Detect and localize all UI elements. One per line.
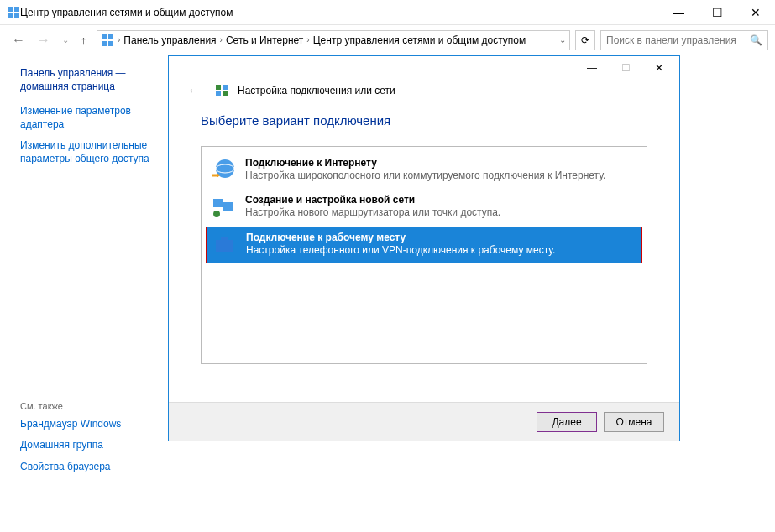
svg-rect-10 <box>216 91 221 96</box>
option-desc: Настройка нового маршрутизатора или точк… <box>245 206 500 218</box>
svg-point-16 <box>213 211 220 217</box>
network-center-icon <box>7 6 20 19</box>
svg-rect-7 <box>108 41 113 46</box>
dialog-body: Выберите вариант подключения Подключение… <box>169 105 679 364</box>
svg-rect-4 <box>102 34 107 39</box>
option-title: Создание и настройка новой сети <box>245 194 500 206</box>
dialog-header: ← Настройка подключения или сети <box>169 80 679 105</box>
option-title: Подключение к рабочему месту <box>246 232 555 243</box>
briefcase-icon <box>211 232 238 258</box>
svg-rect-5 <box>108 34 113 39</box>
sidebar-home[interactable]: Панель управления — домашняя страница <box>20 67 151 93</box>
svg-rect-17 <box>216 240 233 252</box>
dialog-title-text: Настройка подключения или сети <box>238 85 395 96</box>
svg-rect-1 <box>14 7 19 12</box>
svg-rect-3 <box>14 13 19 18</box>
svg-rect-14 <box>213 199 223 207</box>
svg-rect-8 <box>216 85 221 90</box>
sidebar-link-browser[interactable]: Свойства браузера <box>20 461 151 474</box>
forward-button[interactable]: → <box>32 29 55 51</box>
dialog-titlebar: — ☐ ✕ <box>169 56 679 80</box>
recent-dropdown[interactable]: ⌄ <box>57 32 74 48</box>
sidebar-link-homegroup[interactable]: Домашняя группа <box>20 439 151 452</box>
svg-rect-18 <box>221 237 228 241</box>
globe-icon <box>210 157 237 184</box>
dialog-footer: Далее Отмена <box>169 402 679 441</box>
sidebar-link-sharing[interactable]: Изменить дополнительные параметры общего… <box>20 139 151 165</box>
up-button[interactable]: ↑ <box>76 30 92 50</box>
search-icon: 🔍 <box>750 34 762 46</box>
sidebar-link-adapter[interactable]: Изменение параметров адаптера <box>20 105 151 131</box>
dialog-minimize-button[interactable]: — <box>575 58 609 78</box>
router-icon <box>210 194 237 221</box>
svg-rect-9 <box>223 85 228 90</box>
dialog-maximize-button[interactable]: ☐ <box>609 58 642 78</box>
maximize-button[interactable]: ☐ <box>698 0 736 24</box>
sidebar-seealso: См. также <box>20 401 151 411</box>
sidebar-link-firewall[interactable]: Брандмауэр Windows <box>20 418 151 431</box>
svg-rect-11 <box>223 91 228 96</box>
connection-options-list: Подключение к Интернету Настройка широко… <box>201 146 647 364</box>
svg-rect-2 <box>8 13 13 18</box>
breadcrumb-item[interactable]: Центр управления сетями и общим доступом <box>313 34 526 46</box>
search-placeholder: Поиск в панели управления <box>606 34 736 46</box>
option-internet[interactable]: Подключение к Интернету Настройка широко… <box>205 152 643 189</box>
option-desc: Настройка широкополосного или коммутируе… <box>245 170 605 181</box>
back-button[interactable]: ← <box>7 29 30 51</box>
network-center-icon <box>101 34 114 47</box>
option-desc: Настройка телефонного или VPN-подключени… <box>246 244 555 256</box>
connection-wizard-dialog: — ☐ ✕ ← Настройка подключения или сети В… <box>168 55 680 441</box>
address-bar[interactable]: › Панель управления › Сеть и Интернет › … <box>97 30 570 50</box>
minimize-button[interactable]: — <box>659 0 698 24</box>
dialog-back-button[interactable]: ← <box>187 83 206 98</box>
svg-rect-6 <box>102 41 107 46</box>
cancel-button[interactable]: Отмена <box>604 412 664 432</box>
breadcrumb-sep-icon: › <box>220 35 223 44</box>
breadcrumb-item[interactable]: Сеть и Интернет <box>226 34 303 46</box>
next-button[interactable]: Далее <box>537 412 597 432</box>
network-settings-icon <box>214 83 229 98</box>
option-workplace[interactable]: Подключение к рабочему месту Настройка т… <box>206 227 642 263</box>
svg-rect-15 <box>223 202 233 211</box>
dialog-heading: Выберите вариант подключения <box>201 113 647 128</box>
breadcrumb-sep-icon: › <box>118 35 120 44</box>
toolbar: ← → ⌄ ↑ › Панель управления › Сеть и Инт… <box>0 25 775 55</box>
sidebar: Панель управления — домашняя страница Из… <box>0 55 160 532</box>
option-title: Подключение к Интернету <box>245 157 605 169</box>
window-titlebar: Центр управления сетями и общим доступом… <box>0 0 775 25</box>
breadcrumb-item[interactable]: Панель управления <box>123 34 216 46</box>
refresh-button[interactable]: ⟳ <box>575 30 595 50</box>
address-dropdown-icon[interactable]: ⌄ <box>559 35 566 44</box>
dialog-close-button[interactable]: ✕ <box>642 58 676 78</box>
svg-rect-0 <box>8 7 13 12</box>
window-title: Центр управления сетями и общим доступом <box>20 7 659 18</box>
close-button[interactable]: ✕ <box>736 0 775 24</box>
search-input[interactable]: Поиск в панели управления 🔍 <box>600 30 768 50</box>
option-new-network[interactable]: Создание и настройка новой сети Настройк… <box>205 189 643 226</box>
breadcrumb-sep-icon: › <box>306 35 309 44</box>
